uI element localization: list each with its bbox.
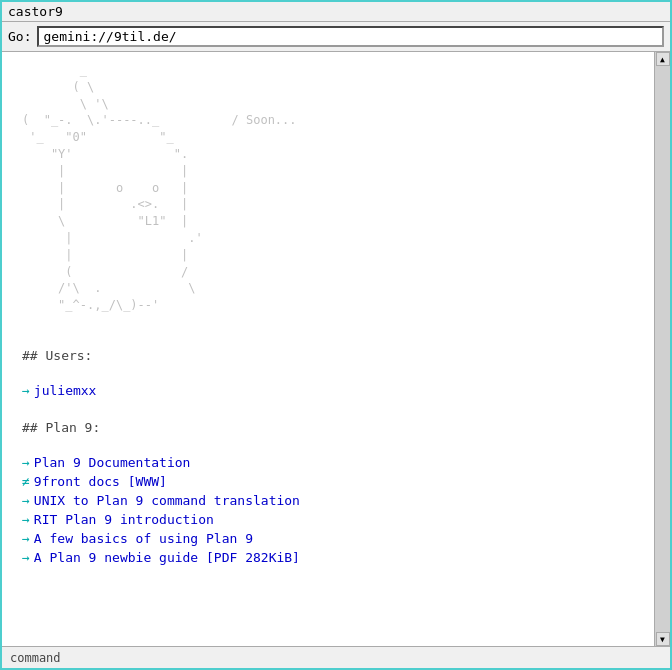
- section-users: ## Users: →juliemxx: [22, 348, 634, 398]
- scroll-down-button[interactable]: ▼: [656, 632, 670, 646]
- ascii-art-display: _ ( \ \ '\ ( "_-. \.'----.._ / Soon... '…: [22, 62, 634, 314]
- main-window: castor9 Go: _ ( \ \ '\ ( "_-. \.'----.._…: [0, 0, 672, 670]
- spacer-1: [22, 330, 634, 338]
- link-plan9-docs[interactable]: →Plan 9 Documentation: [22, 455, 634, 470]
- link-text-juliemxx: juliemxx: [34, 383, 97, 398]
- arrow-icon-5: →: [22, 512, 30, 527]
- arrow-icon-3: ≠: [22, 474, 30, 489]
- content-area: _ ( \ \ '\ ( "_-. \.'----.._ / Soon... '…: [2, 52, 670, 646]
- link-rit-intro[interactable]: →RIT Plan 9 introduction: [22, 512, 634, 527]
- address-input[interactable]: [37, 26, 664, 47]
- link-text-newbie-guide: A Plan 9 newbie guide [PDF 282KiB]: [34, 550, 300, 565]
- address-label: Go:: [8, 29, 31, 44]
- main-content: _ ( \ \ '\ ( "_-. \.'----.._ / Soon... '…: [2, 52, 654, 646]
- scrollbar: ▲ ▼: [654, 52, 670, 646]
- arrow-icon-7: →: [22, 550, 30, 565]
- link-juliemxx[interactable]: →juliemxx: [22, 383, 634, 398]
- spacer-2: [22, 371, 634, 379]
- spacer-4: [22, 443, 634, 451]
- section-header-users: ## Users:: [22, 348, 634, 363]
- link-text-rit-intro: RIT Plan 9 introduction: [34, 512, 214, 527]
- title-bar: castor9: [2, 2, 670, 22]
- link-unix-plan9[interactable]: →UNIX to Plan 9 command translation: [22, 493, 634, 508]
- scroll-track[interactable]: [655, 66, 670, 632]
- spacer-3: [22, 402, 634, 410]
- arrow-icon-1: →: [22, 383, 30, 398]
- link-text-9front-docs: 9front docs [WWW]: [34, 474, 167, 489]
- link-9front-docs[interactable]: ≠9front docs [WWW]: [22, 474, 634, 489]
- link-text-plan9-docs: Plan 9 Documentation: [34, 455, 191, 470]
- arrow-icon-2: →: [22, 455, 30, 470]
- window-title: castor9: [8, 4, 63, 19]
- section-plan9: ## Plan 9: →Plan 9 Documentation ≠9front…: [22, 420, 634, 565]
- section-header-plan9: ## Plan 9:: [22, 420, 634, 435]
- status-bar: command: [2, 646, 670, 668]
- link-text-unix-plan9: UNIX to Plan 9 command translation: [34, 493, 300, 508]
- scroll-up-button[interactable]: ▲: [656, 52, 670, 66]
- status-text: command: [10, 651, 61, 665]
- arrow-icon-6: →: [22, 531, 30, 546]
- link-newbie-guide[interactable]: →A Plan 9 newbie guide [PDF 282KiB]: [22, 550, 634, 565]
- link-basics[interactable]: →A few basics of using Plan 9: [22, 531, 634, 546]
- address-bar: Go:: [2, 22, 670, 52]
- arrow-icon-4: →: [22, 493, 30, 508]
- link-text-basics: A few basics of using Plan 9: [34, 531, 253, 546]
